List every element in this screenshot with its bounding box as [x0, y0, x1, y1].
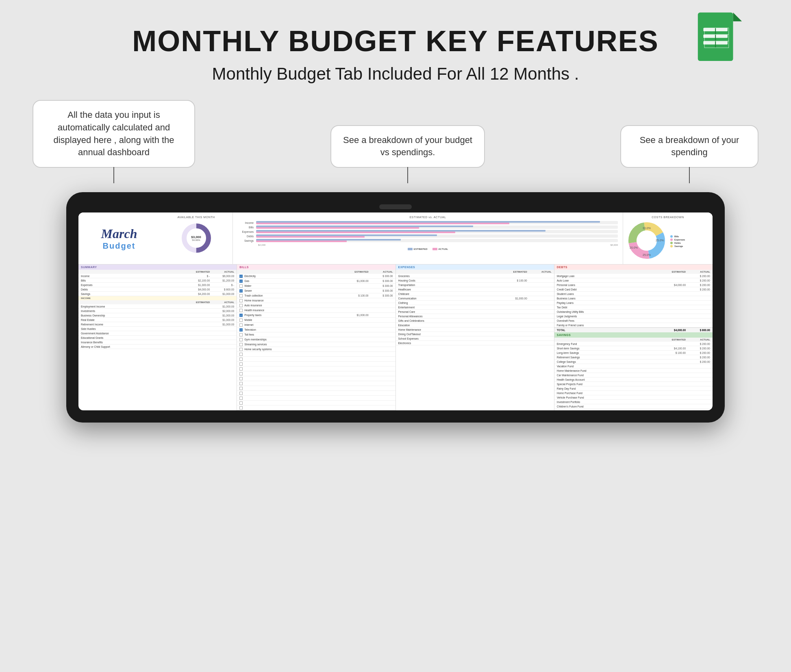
table-row: Short-term Savings$4,100.00$ 200.00 [554, 346, 713, 351]
table-row: Personal Allowances [396, 314, 554, 319]
table-row: Children's Future Fund [554, 404, 713, 409]
bills-sub-header: ESTIMATED ACTUAL [237, 270, 395, 274]
bar-chart-section: ESTIMATED vs. ACTUAL Income Bills Expens… [233, 212, 623, 264]
table-row [237, 352, 395, 357]
table-row: Gas$1,000.00$ 300.00 [237, 279, 395, 284]
table-row: Retirement Savings$ 200.00 [554, 355, 713, 360]
table-row: Investments$2,000.00 [78, 309, 237, 313]
table-row: Educational Grants [78, 336, 237, 340]
table-row: Emergency Fund$ 200.00 [554, 342, 713, 346]
bills-header: BILLS [237, 264, 395, 270]
bar-row-income: Income [238, 221, 618, 224]
table-row: Dining Out/Takeout [396, 332, 554, 336]
table-row: Student Loans [554, 292, 713, 296]
table-row: Health insurance [237, 308, 395, 313]
table-row: Government Assistance [78, 331, 237, 336]
table-row: Vacation Fund [554, 364, 713, 369]
table-row: Tax Debt [554, 305, 713, 310]
table-row: Gym memberships [237, 337, 395, 342]
table-row: Expenses$1,300.00$ - [78, 283, 237, 287]
budget-text: Budget [103, 241, 136, 251]
march-text: March [101, 226, 137, 241]
table-row: Car Maintenance Fund [554, 373, 713, 377]
table-row: Business Loans [554, 296, 713, 301]
table-row [237, 396, 395, 401]
savings-sub-header: ESTIMATED ACTUAL [554, 338, 713, 342]
available-label: AVAILABLE THIS MONTH [177, 216, 215, 219]
table-row [237, 401, 395, 405]
table-row: Electronics [396, 341, 554, 345]
table-row: Toll fees [237, 332, 395, 337]
table-row: Legal Judgments [554, 314, 713, 319]
table-row: Retirement Income$1,000.00 [78, 322, 237, 327]
table-row: Personal Loans$4,000.00$ 200.00 [554, 283, 713, 287]
table-row [237, 366, 395, 371]
costs-legend: Bills Expenses Debts Savings [670, 235, 685, 247]
legend-actual: ACTUAL [432, 248, 448, 250]
table-row: Savings$4,200.00$1,000.00 [78, 292, 237, 296]
table-row: Auto Loan$ 200.00 [554, 278, 713, 283]
table-row: Vehicle Purchase Fund [554, 395, 713, 400]
table-row: Water$ 300.00 [237, 284, 395, 288]
bar-row-bills: Bills [238, 225, 618, 229]
charts-row: March Budget AVAILABLE THIS MONTH [78, 212, 713, 264]
table-row: College Savings$ 200.00 [554, 360, 713, 364]
svg-text:25.0%: 25.0% [643, 254, 651, 256]
table-row: Home insurance [237, 298, 395, 303]
table-row: Real Estate$1,000.00 [78, 318, 237, 322]
table-row: Home security systems [237, 347, 395, 352]
svg-marker-1 [733, 13, 742, 22]
bills-column: BILLS ESTIMATED ACTUAL Electricity$ 300.… [237, 264, 396, 410]
svg-text:20.0%: 20.0% [630, 246, 638, 249]
table-row: Payday Loans [554, 301, 713, 305]
bills-rows: Electricity$ 300.00Gas$1,000.00$ 300.00W… [237, 274, 395, 410]
svg-point-15 [638, 232, 656, 249]
table-row: Credit Card Debt$ 200.00 [554, 287, 713, 292]
table-row: Sewer$ 300.00 [237, 288, 395, 293]
table-row: School Expenses [396, 336, 554, 341]
expenses-sub-header: ESTIMATED ACTUAL [396, 270, 554, 274]
table-row: Personal Care [396, 310, 554, 314]
table-row: Long-term Savings$ 100.00$ 200.00 [554, 351, 713, 355]
table-row: Education [396, 323, 554, 327]
bar-row-debts: Debts [238, 234, 618, 238]
x-label-2: $4,000 [611, 244, 618, 246]
svg-text:25.0%: 25.0% [656, 239, 664, 242]
table-row: Debts$4,000.00$ 800.00 [78, 287, 237, 292]
debts-header: DEBTS [554, 264, 713, 270]
tablet-screen: March Budget AVAILABLE THIS MONTH [78, 212, 713, 410]
logo-area: March Budget [78, 212, 160, 264]
table-row: Outstanding Utility Bills [554, 310, 713, 314]
table-row: Overdraft Fees [554, 319, 713, 323]
costs-breakdown-section: COSTS BREAKDOWN [623, 212, 713, 264]
table-row: Trash collection$ 100.00$ 300.00 [237, 293, 395, 298]
debts-rows: Mortgage Loan$ 200.00Auto Loan$ 200.00Pe… [554, 274, 713, 327]
table-row: Electricity$ 300.00 [237, 274, 395, 279]
tablet-frame: March Budget AVAILABLE THIS MONTH [66, 192, 725, 423]
table-row [237, 381, 395, 386]
table-row: Side Hustles [78, 327, 237, 331]
summary-sub-header: ESTIMATED ACTUAL [78, 270, 237, 274]
table-row: Groceries [396, 274, 554, 278]
svg-text:30.0%: 30.0% [643, 227, 651, 230]
table-row: Property taxes$1,000.00 [237, 313, 395, 318]
table-row: Bills$2,100.00$1,200.00 [78, 278, 237, 283]
page-title: MONTHLY BUDGET KEY FEATURES [132, 24, 658, 58]
donut-available: $3,000 50.00% [180, 222, 213, 254]
table-row: Income$ -$6,000.00 [78, 274, 237, 278]
summary-rows: Income$ -$6,000.00Bills$2,100.00$1,200.0… [78, 274, 237, 296]
table-row: Business Ownership$1,000.00 [78, 313, 237, 318]
page-subtitle: Monthly Budget Tab Included For All 12 M… [212, 64, 579, 84]
table-row: Insurance Benefits [78, 340, 237, 345]
table-row: Employment Income$1,000.00 [78, 304, 237, 309]
table-row: Rainy Day Fund [554, 386, 713, 391]
callout-left: All the data you input is automatically … [33, 100, 195, 168]
main-content: All the data you input is automatically … [24, 100, 767, 423]
income-rows: Employment Income$1,000.00Investments$2,… [78, 304, 237, 349]
table-row [237, 357, 395, 362]
income-sub-header: ESTIMATED ACTUAL [78, 300, 237, 304]
table-row: Childcare [396, 292, 554, 296]
costs-label: COSTS BREAKDOWN [626, 216, 709, 219]
table-row [237, 376, 395, 381]
table-row: Television [237, 327, 395, 332]
